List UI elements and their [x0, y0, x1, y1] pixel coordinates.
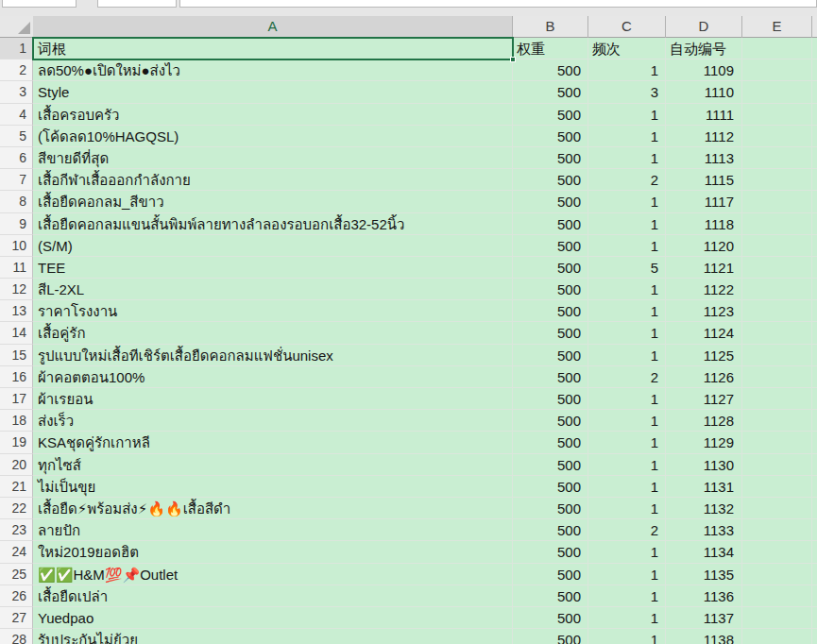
cell-e20[interactable]: [742, 454, 812, 476]
cell-f4[interactable]: [812, 104, 817, 126]
cell-b1[interactable]: 权重: [513, 38, 588, 59]
row-header-21[interactable]: 21: [0, 476, 33, 498]
cell-b10[interactable]: 500: [513, 235, 588, 257]
cell-d26[interactable]: 1136: [666, 585, 742, 607]
formula-bar[interactable]: [179, 0, 817, 8]
cell-d7[interactable]: 1115: [666, 169, 742, 191]
cell-e24[interactable]: [742, 541, 812, 563]
cell-b23[interactable]: 500: [513, 519, 588, 541]
cell-f18[interactable]: [812, 410, 817, 432]
row-header-14[interactable]: 14: [0, 322, 33, 344]
cell-f22[interactable]: [812, 498, 817, 519]
cell-f7[interactable]: [812, 169, 817, 191]
cell-d25[interactable]: 1135: [666, 564, 742, 585]
cell-d9[interactable]: 1118: [666, 213, 742, 235]
row-header-7[interactable]: 7: [0, 169, 33, 191]
row-header-11[interactable]: 11: [0, 257, 33, 279]
cell-a9[interactable]: เสื้อยืดคอกลมแขนสั้นพิมพ์ลายทางลำลองรอบอ…: [33, 213, 513, 235]
cell-a22[interactable]: เสื้อยืด⚡พร้อมส่ง⚡🔥🔥เสื้อสีดำ: [33, 498, 513, 519]
cell-a24[interactable]: ใหม่2019ยอดฮิต: [33, 541, 513, 563]
cell-a14[interactable]: เสื้อคู่รัก: [33, 322, 513, 344]
cell-b6[interactable]: 500: [513, 147, 588, 169]
row-header-13[interactable]: 13: [0, 300, 33, 322]
cell-c12[interactable]: 1: [588, 279, 666, 300]
cell-b14[interactable]: 500: [513, 322, 588, 344]
cell-a21[interactable]: ไม่เป็นขุย: [33, 476, 513, 498]
insert-function-box[interactable]: [97, 0, 177, 8]
row-header-22[interactable]: 22: [0, 498, 33, 519]
row-header-5[interactable]: 5: [0, 126, 33, 147]
cell-e3[interactable]: [742, 81, 812, 103]
cell-f26[interactable]: [812, 585, 817, 607]
cell-e1[interactable]: [742, 38, 812, 59]
cell-f21[interactable]: [812, 476, 817, 498]
cell-f1[interactable]: [812, 38, 817, 59]
cell-d2[interactable]: 1109: [666, 59, 742, 81]
row-header-3[interactable]: 3: [0, 81, 33, 103]
cell-d21[interactable]: 1131: [666, 476, 742, 498]
cell-e19[interactable]: [742, 432, 812, 453]
cell-f20[interactable]: [812, 454, 817, 476]
cell-e26[interactable]: [742, 585, 812, 607]
cell-d8[interactable]: 1117: [666, 191, 742, 212]
cell-c22[interactable]: 1: [588, 498, 666, 519]
column-header-b[interactable]: B: [513, 16, 588, 38]
row-header-23[interactable]: 23: [0, 519, 33, 541]
cell-b28[interactable]: 500: [513, 629, 588, 644]
cell-e8[interactable]: [742, 191, 812, 212]
cell-f10[interactable]: [812, 235, 817, 257]
cell-e4[interactable]: [742, 104, 812, 126]
cell-c1[interactable]: 频次: [588, 38, 666, 59]
cell-d1[interactable]: 自动编号: [666, 38, 742, 59]
cell-a2[interactable]: ลด50%●เปิดใหม่●ส่งไว: [33, 59, 513, 81]
cell-e14[interactable]: [742, 322, 812, 344]
cell-a1[interactable]: 词根: [33, 38, 513, 59]
cell-f2[interactable]: [812, 59, 817, 81]
cell-c10[interactable]: 1: [588, 235, 666, 257]
cell-c4[interactable]: 1: [588, 104, 666, 126]
cell-a26[interactable]: เสื้อยืดเปล่า: [33, 585, 513, 607]
cell-f6[interactable]: [812, 147, 817, 169]
row-header-20[interactable]: 20: [0, 454, 33, 476]
cell-d28[interactable]: 1138: [666, 629, 742, 644]
cell-d5[interactable]: 1112: [666, 126, 742, 147]
cell-c9[interactable]: 1: [588, 213, 666, 235]
row-header-1[interactable]: 1: [0, 38, 33, 59]
cell-b15[interactable]: 500: [513, 345, 588, 366]
cell-b8[interactable]: 500: [513, 191, 588, 212]
cell-a4[interactable]: เสื้อครอบครัว: [33, 104, 513, 126]
cell-d15[interactable]: 1125: [666, 345, 742, 366]
cell-d18[interactable]: 1128: [666, 410, 742, 432]
cell-c17[interactable]: 1: [588, 388, 666, 410]
cell-e23[interactable]: [742, 519, 812, 541]
cell-e25[interactable]: [742, 564, 812, 585]
cell-f24[interactable]: [812, 541, 817, 563]
column-header-d[interactable]: D: [666, 16, 742, 38]
cell-a17[interactable]: ผ้าเรยอน: [33, 388, 513, 410]
cell-a25[interactable]: ✅✅H&M💯📌Outlet: [33, 564, 513, 585]
cell-b11[interactable]: 500: [513, 257, 588, 279]
cell-c2[interactable]: 1: [588, 59, 666, 81]
cell-f17[interactable]: [812, 388, 817, 410]
cell-b18[interactable]: 500: [513, 410, 588, 432]
cell-e10[interactable]: [742, 235, 812, 257]
column-header-a[interactable]: A: [33, 16, 513, 38]
cell-c3[interactable]: 3: [588, 81, 666, 103]
cell-b7[interactable]: 500: [513, 169, 588, 191]
cell-c28[interactable]: 1: [588, 629, 666, 644]
cell-a12[interactable]: สีL-2XL: [33, 279, 513, 300]
cell-c25[interactable]: 1: [588, 564, 666, 585]
row-header-12[interactable]: 12: [0, 279, 33, 300]
cell-a10[interactable]: (S/M): [33, 235, 513, 257]
cell-c21[interactable]: 1: [588, 476, 666, 498]
cell-c24[interactable]: 1: [588, 541, 666, 563]
row-header-28[interactable]: 28: [0, 629, 33, 644]
cell-d22[interactable]: 1132: [666, 498, 742, 519]
cell-c13[interactable]: 1: [588, 300, 666, 322]
row-header-8[interactable]: 8: [0, 191, 33, 212]
cell-f25[interactable]: [812, 564, 817, 585]
cell-a16[interactable]: ผ้าคอตตอน100%: [33, 366, 513, 388]
cell-d14[interactable]: 1124: [666, 322, 742, 344]
row-header-26[interactable]: 26: [0, 585, 33, 607]
cell-b26[interactable]: 500: [513, 585, 588, 607]
